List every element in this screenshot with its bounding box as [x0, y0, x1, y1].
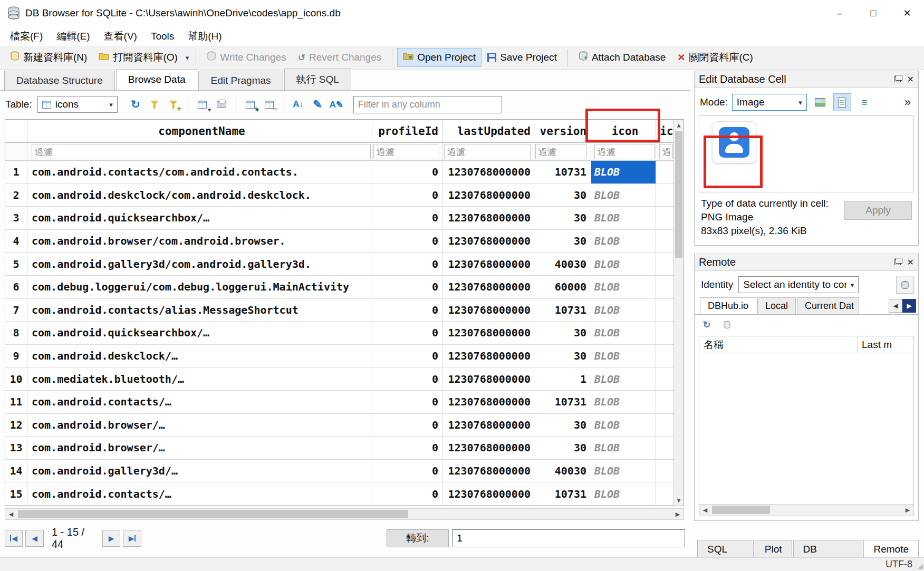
global-filter-input[interactable] — [353, 96, 502, 113]
horizontal-scroll-thumb[interactable] — [712, 506, 770, 514]
row-number[interactable]: 13 — [5, 437, 27, 460]
print-button[interactable] — [212, 95, 231, 114]
cell-icon[interactable]: BLOB — [591, 207, 656, 230]
row-number[interactable]: 14 — [5, 460, 27, 483]
attach-database-button[interactable]: + Attach Database — [573, 47, 671, 67]
cell-profile[interactable]: 0 — [372, 299, 443, 322]
cell-version[interactable]: 30 — [534, 437, 591, 460]
write-changes-button[interactable]: Write Changes — [201, 47, 292, 67]
resize-grip-icon[interactable]: ◢ — [918, 562, 923, 570]
edit-cell-button[interactable]: ✎ — [308, 95, 327, 114]
grid-horizontal-scrollbar[interactable]: ◀ ▶ — [5, 508, 684, 520]
cell-version[interactable]: 40030 — [534, 460, 591, 483]
cell-profile[interactable]: 0 — [372, 437, 443, 460]
row-number[interactable]: 8 — [5, 322, 27, 345]
cell-icon[interactable]: BLOB — [591, 345, 656, 368]
scroll-right-icon[interactable]: ▶ — [672, 509, 684, 519]
grid-vertical-scrollbar[interactable]: ▲ ▼ — [673, 120, 684, 506]
cell-icon[interactable]: BLOB — [591, 230, 656, 253]
cell-name[interactable]: com.android.deskclock/… — [27, 345, 372, 368]
cell-icon[interactable]: BLOB — [591, 161, 656, 184]
cell-extra[interactable] — [656, 437, 675, 460]
cell-name[interactable]: com.android.quicksearchbox/… — [27, 207, 372, 230]
horizontal-scroll-thumb[interactable] — [18, 510, 408, 518]
cell-updated[interactable]: 1230768000000 — [443, 207, 534, 230]
cell-version[interactable]: 10731 — [534, 161, 591, 184]
cell-version[interactable]: 30 — [534, 345, 591, 368]
cell-name[interactable]: com.android.deskclock/com.android.deskcl… — [27, 184, 372, 207]
cell-updated[interactable]: 1230768000000 — [443, 161, 534, 184]
column-header-ic[interactable]: ic — [656, 120, 675, 142]
row-number[interactable]: 7 — [5, 299, 27, 322]
cell-updated[interactable]: 1230768000000 — [443, 345, 534, 368]
first-page-button[interactable]: ◀ — [5, 530, 23, 547]
menu-tools[interactable]: Tools — [144, 28, 181, 45]
insert-record-button[interactable]: + ▾ — [241, 95, 260, 114]
remote-table-body[interactable] — [699, 353, 913, 504]
row-number[interactable]: 3 — [5, 207, 27, 230]
cell-icon[interactable]: BLOB — [591, 184, 656, 207]
row-number[interactable]: 15 — [5, 482, 27, 506]
row-number[interactable]: 5 — [5, 253, 27, 276]
cell-profile[interactable]: 0 — [372, 391, 443, 414]
open-project-button[interactable]: Open Project — [397, 48, 482, 67]
cell-updated[interactable]: 1230768000000 — [443, 253, 534, 276]
cell-name[interactable]: com.android.contacts/com.android.contact… — [27, 161, 372, 184]
cell-updated[interactable]: 1230768000000 — [443, 391, 534, 414]
filter-input-version[interactable] — [535, 144, 586, 159]
cell-version[interactable]: 30 — [534, 414, 591, 437]
tab-dbhub[interactable]: DBHub.io — [700, 297, 756, 314]
goto-button[interactable]: 轉到: — [387, 529, 449, 547]
cell-icon[interactable]: BLOB — [591, 391, 656, 414]
tab-browse-data[interactable]: Browse Data — [116, 70, 198, 90]
mode-select[interactable]: Image ▾ — [732, 94, 807, 111]
cell-extra[interactable] — [656, 460, 675, 483]
cell-profile[interactable]: 0 — [372, 460, 443, 483]
cell-extra[interactable] — [656, 253, 675, 276]
cell-profile[interactable]: 0 — [372, 161, 443, 184]
toolbar-overflow-button[interactable]: » — [901, 95, 914, 109]
clear-filters-button[interactable] — [145, 95, 164, 114]
encoding-button[interactable]: A✎ — [327, 95, 346, 114]
cell-name[interactable]: com.android.gallery3d/… — [27, 460, 372, 483]
filter-input-name[interactable] — [32, 144, 371, 159]
cell-extra[interactable] — [656, 367, 675, 391]
revert-changes-button[interactable]: ↺ Revert Changes — [292, 48, 388, 67]
cell-profile[interactable]: 0 — [372, 230, 443, 253]
identity-select[interactable]: Select an identity to conne ▾ — [738, 276, 859, 293]
cell-name[interactable]: com.android.contacts/alias.MessageShortc… — [27, 299, 372, 322]
cell-updated[interactable]: 1230768000000 — [443, 184, 534, 207]
row-number[interactable]: 4 — [5, 230, 27, 253]
cell-profile[interactable]: 0 — [372, 367, 443, 391]
cell-extra[interactable] — [656, 391, 675, 414]
tab-execute-sql[interactable]: 執行 SQL — [284, 69, 351, 90]
cell-icon[interactable]: BLOB — [591, 437, 656, 460]
cell-name[interactable]: com.debug.loggerui/com.debug.loggerui.Ma… — [27, 276, 372, 299]
cell-version[interactable]: 30 — [534, 230, 591, 253]
tab-local[interactable]: Local — [757, 297, 796, 314]
delete-record-button[interactable]: – — [260, 95, 279, 114]
cell-updated[interactable]: 1230768000000 — [443, 437, 534, 460]
close-panel-icon[interactable]: ✕ — [907, 257, 914, 267]
cell-updated[interactable]: 1230768000000 — [443, 322, 534, 345]
new-database-button[interactable]: 新建資料庫(N) — [4, 47, 93, 68]
remote-horizontal-scrollbar[interactable]: ◀ ▶ — [699, 504, 913, 516]
row-number[interactable]: 11 — [5, 391, 27, 414]
scroll-left-icon[interactable]: ◀ — [5, 509, 17, 519]
cell-icon[interactable]: BLOB — [591, 276, 656, 299]
cell-extra[interactable] — [656, 184, 675, 207]
scroll-right-icon[interactable]: ▶ — [902, 505, 913, 516]
cell-profile[interactable]: 0 — [372, 184, 443, 207]
cell-extra[interactable] — [656, 207, 675, 230]
filter-input-updated[interactable] — [444, 144, 531, 159]
preview-image-card[interactable] — [712, 121, 756, 163]
text-document-button[interactable] — [833, 93, 851, 111]
save-filter-button[interactable]: + — [164, 95, 183, 114]
manage-identities-button[interactable] — [896, 276, 914, 294]
cell-version[interactable]: 30 — [534, 207, 591, 230]
column-header-icon[interactable]: icon — [591, 120, 656, 142]
save-table-button[interactable]: ▾ — [193, 95, 212, 114]
tab-database-structure[interactable]: Database Structure — [4, 71, 115, 90]
last-page-button[interactable]: ▶ — [123, 530, 141, 547]
cell-icon[interactable]: BLOB — [591, 367, 656, 391]
